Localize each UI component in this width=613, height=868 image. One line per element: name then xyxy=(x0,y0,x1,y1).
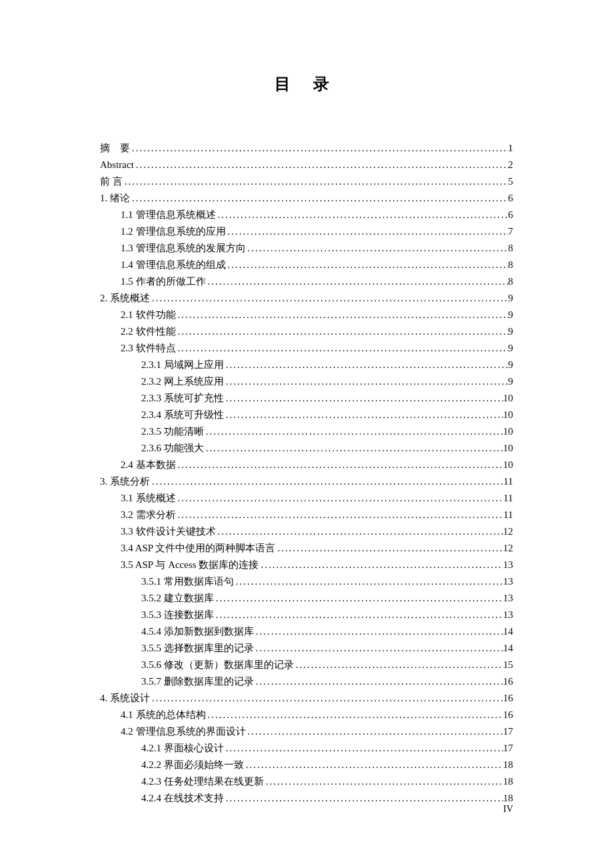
toc-leader-dots xyxy=(206,273,508,289)
toc-title: 目 录 xyxy=(100,73,513,95)
toc-entry: 2. 系统概述9 xyxy=(100,290,513,306)
toc-entry-label: 3.5.5 选择数据库里的记录 xyxy=(141,640,254,656)
toc-entry-label: 3.1 系统概述 xyxy=(121,490,176,506)
toc-entry-page: 16 xyxy=(503,690,513,706)
toc-entry-label: 2.3.4 系统可升级性 xyxy=(141,407,224,423)
toc-leader-dots xyxy=(224,407,503,423)
toc-leader-dots xyxy=(134,157,508,173)
toc-entry-label: 4.2.2 界面必须始终一致 xyxy=(141,757,244,773)
toc-entry: Abstract2 xyxy=(100,157,513,173)
toc-leader-dots xyxy=(214,590,503,606)
toc-entry-label: 3.4 ASP 文件中使用的两种脚本语言 xyxy=(121,540,275,556)
toc-entry-page: 11 xyxy=(504,473,513,489)
toc-entry-label: 3.3 软件设计关键技术 xyxy=(121,523,216,539)
toc-entry-page: 6 xyxy=(508,207,514,223)
toc-entry-page: 7 xyxy=(508,223,514,239)
toc-entry: 2.2 软件性能9 xyxy=(100,323,513,339)
toc-entry-page: 14 xyxy=(503,640,513,656)
toc-entry-label: 3. 系统分析 xyxy=(100,473,150,489)
toc-entry-page: 17 xyxy=(503,740,513,756)
toc-entry-label: 2.3 软件特点 xyxy=(121,340,176,356)
toc-leader-dots xyxy=(259,557,503,573)
toc-leader-dots xyxy=(226,223,508,239)
toc-leader-dots xyxy=(226,257,508,273)
toc-leader-dots xyxy=(176,323,508,339)
toc-entry: 1.1 管理信息系统概述6 xyxy=(100,207,513,223)
toc-entry-label: 4.2 管理信息系统的界面设计 xyxy=(121,723,246,739)
toc-entry: 3.2 需求分析11 xyxy=(100,507,513,523)
toc-leader-dots xyxy=(214,607,503,623)
toc-entry-page: 8 xyxy=(508,273,514,289)
toc-entry: 3.5 ASP 与 Access 数据库的连接13 xyxy=(100,557,513,573)
toc-entry-label: 2.3.2 网上系统应用 xyxy=(141,373,224,389)
toc-entry: 4.2.4 在线技术支持18 xyxy=(100,790,513,806)
toc-entry: 3.5.6 修改（更新）数据库里的记录15 xyxy=(100,657,513,673)
toc-leader-dots xyxy=(254,623,503,639)
toc-leader-dots xyxy=(254,673,503,689)
toc-leader-dots xyxy=(246,723,504,739)
toc-entry: 摘 要1 xyxy=(100,140,513,156)
toc-leader-dots xyxy=(224,373,508,389)
toc-entry-page: 18 xyxy=(503,757,513,773)
toc-entry-page: 10 xyxy=(503,457,513,473)
toc-entry: 4.1 系统的总体结构16 xyxy=(100,707,513,723)
toc-entry-page: 16 xyxy=(503,707,513,723)
toc-entry-page: 9 xyxy=(508,373,514,389)
toc-leader-dots xyxy=(294,657,503,673)
toc-leader-dots xyxy=(246,240,508,256)
toc-entry-label: 3.5.7 删除数据库里的记录 xyxy=(141,673,254,689)
toc-entry: 4.2.3 任务处理结果在线更新18 xyxy=(100,773,513,789)
toc-entry-page: 12 xyxy=(503,540,513,556)
toc-entry-label: 1.4 管理信息系统的组成 xyxy=(121,257,226,273)
toc-leader-dots xyxy=(206,707,504,723)
toc-entry: 4.2 管理信息系统的界面设计17 xyxy=(100,723,513,739)
toc-entry-page: 17 xyxy=(503,723,513,739)
toc-entry-page: 8 xyxy=(508,240,514,256)
toc-entry-label: 1.1 管理信息系统概述 xyxy=(121,207,216,223)
toc-entry-page: 9 xyxy=(508,340,514,356)
toc-entry: 3.5.7 删除数据库里的记录16 xyxy=(100,673,513,689)
toc-entry-page: 13 xyxy=(503,557,513,573)
toc-entry-page: 10 xyxy=(503,407,513,423)
toc-entry-label: 2.3.6 功能强大 xyxy=(141,440,204,456)
toc-leader-dots xyxy=(176,457,504,473)
toc-entry: 4.2.2 界面必须始终一致18 xyxy=(100,757,513,773)
toc-leader-dots xyxy=(123,173,508,189)
toc-entry-page: 11 xyxy=(504,507,513,523)
toc-entry-label: 2. 系统概述 xyxy=(100,290,150,306)
toc-entry: 1.2 管理信息系统的应用7 xyxy=(100,223,513,239)
toc-entry-page: 13 xyxy=(503,573,513,589)
toc-entry-label: 4.2.4 在线技术支持 xyxy=(141,790,224,806)
toc-leader-dots xyxy=(224,390,503,406)
toc-entry: 3.5.3 连接数据库13 xyxy=(100,607,513,623)
toc-entry: 3.1 系统概述11 xyxy=(100,490,513,506)
toc-entry: 2.1 软件功能9 xyxy=(100,307,513,323)
toc-leader-dots xyxy=(275,540,503,556)
toc-entry-page: 12 xyxy=(503,523,513,539)
toc-leader-dots xyxy=(176,490,504,506)
toc-entry-page: 10 xyxy=(503,390,513,406)
toc-entry-label: 2.2 软件性能 xyxy=(121,323,176,339)
toc-leader-dots xyxy=(224,357,508,373)
toc-entry-label: 1.3 管理信息系统的发展方向 xyxy=(121,240,246,256)
toc-entry: 3.5.5 选择数据库里的记录14 xyxy=(100,640,513,656)
toc-entry: 2.4 基本数据10 xyxy=(100,457,513,473)
toc-entry-page: 2 xyxy=(508,157,514,173)
toc-entry-label: Abstract xyxy=(100,157,134,173)
toc-leader-dots xyxy=(150,690,503,706)
toc-entry: 4. 系统设计16 xyxy=(100,690,513,706)
toc-leader-dots xyxy=(216,523,504,539)
toc-entry-label: 摘 要 xyxy=(100,140,130,156)
toc-entry-page: 1 xyxy=(508,140,514,156)
toc-entry: 3.5.2 建立数据库13 xyxy=(100,590,513,606)
toc-entry-label: 1.2 管理信息系统的应用 xyxy=(121,223,226,239)
toc-entry-page: 13 xyxy=(503,590,513,606)
toc-entry: 3.3 软件设计关键技术12 xyxy=(100,523,513,539)
toc-entry-label: 2.3.5 功能清晰 xyxy=(141,423,204,439)
toc-entry: 2.3.3 系统可扩充性10 xyxy=(100,390,513,406)
toc-entry-label: 4.2.1 界面核心设计 xyxy=(141,740,224,756)
toc-entry-label: 前 言 xyxy=(100,173,123,189)
toc-entry: 2.3.4 系统可升级性10 xyxy=(100,407,513,423)
toc-entry-page: 9 xyxy=(508,357,514,373)
toc-entry: 4.5.4 添加新数据到数据库14 xyxy=(100,623,513,639)
